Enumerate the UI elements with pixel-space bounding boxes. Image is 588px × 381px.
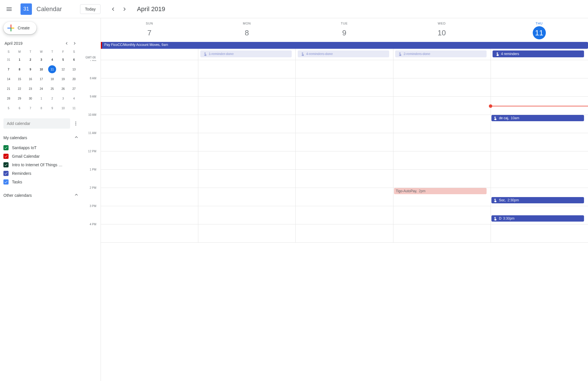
timed-event[interactable]: Tigo-AutoPay, 2pm <box>394 188 487 194</box>
mini-day[interactable]: 22 <box>15 85 23 93</box>
mini-next-button[interactable] <box>71 40 78 47</box>
mini-day[interactable]: 27 <box>70 85 78 93</box>
reminder-chip[interactable]: 1 reminder done <box>200 50 292 57</box>
mini-prev-button[interactable] <box>63 40 70 47</box>
hamburger-menu-button[interactable] <box>2 2 16 16</box>
calendar-item[interactable]: Tasks <box>3 178 79 186</box>
mini-day[interactable]: 10 <box>59 104 67 112</box>
hour-cell[interactable] <box>296 206 393 224</box>
hour-cell[interactable] <box>491 78 588 97</box>
hour-cell[interactable] <box>393 151 491 170</box>
hour-cell[interactable] <box>198 170 296 188</box>
today-button[interactable]: Today <box>80 4 100 14</box>
hour-cell[interactable] <box>101 133 198 151</box>
hour-grid[interactable]: 7 AM8 AM9 AM10 AM11 AM12 PM1 PM2 PM3 PM4… <box>83 60 588 381</box>
hour-cell[interactable] <box>491 60 588 78</box>
mini-day[interactable]: 29 <box>15 94 23 102</box>
hour-cell[interactable] <box>101 151 198 170</box>
calendar-item[interactable]: Gmail Calendar <box>3 152 79 161</box>
hour-cell[interactable] <box>198 206 296 224</box>
prev-period-button[interactable] <box>107 3 119 15</box>
mini-day[interactable]: 8 <box>37 104 45 112</box>
hour-cell[interactable] <box>198 97 296 115</box>
hour-cell[interactable] <box>101 97 198 115</box>
reminder-event[interactable]: D 3:30pm <box>491 215 584 222</box>
calendar-checkbox[interactable] <box>3 145 9 150</box>
hour-cell[interactable] <box>296 188 393 206</box>
reminder-event[interactable]: de caj, 10am <box>491 115 584 121</box>
mini-day[interactable]: 6 <box>70 56 78 64</box>
mini-day[interactable]: 24 <box>37 85 45 93</box>
hour-cell[interactable] <box>491 133 588 151</box>
hour-cell[interactable] <box>296 224 393 243</box>
day-number[interactable]: 11 <box>533 26 546 39</box>
mini-day[interactable]: 7 <box>5 65 13 73</box>
hour-cell[interactable] <box>393 206 491 224</box>
hour-cell[interactable] <box>296 97 393 115</box>
mini-day[interactable]: 9 <box>26 65 34 73</box>
hour-cell[interactable] <box>101 188 198 206</box>
mini-day[interactable]: 11 <box>70 104 78 112</box>
calendar-checkbox[interactable] <box>3 162 9 167</box>
mini-day[interactable]: 1 <box>37 94 45 102</box>
reminder-chip[interactable]: 4 reminders <box>493 50 584 57</box>
day-number[interactable]: 10 <box>435 26 448 39</box>
reminder-event[interactable]: Soc, 2:30pm <box>491 197 584 203</box>
hour-cell[interactable] <box>393 60 491 78</box>
mini-day[interactable]: 2 <box>48 94 56 102</box>
hour-cell[interactable] <box>198 151 296 170</box>
mini-day[interactable]: 23 <box>26 85 34 93</box>
hour-cell[interactable] <box>101 78 198 97</box>
hour-cell[interactable] <box>198 224 296 243</box>
mini-day[interactable]: 20 <box>70 75 78 83</box>
hour-cell[interactable] <box>296 170 393 188</box>
mini-day[interactable]: 3 <box>37 56 45 64</box>
day-number[interactable]: 7 <box>143 26 156 39</box>
calendar-item[interactable]: Reminders <box>3 169 79 178</box>
mini-day[interactable]: 5 <box>59 56 67 64</box>
mini-day[interactable]: 4 <box>70 94 78 102</box>
hour-cell[interactable] <box>296 151 393 170</box>
mini-day[interactable]: 3 <box>59 94 67 102</box>
hour-cell[interactable] <box>296 115 393 133</box>
reminder-chip[interactable]: 2 reminders done <box>395 50 487 57</box>
mini-day[interactable]: 1 <box>15 56 23 64</box>
hour-cell[interactable] <box>393 224 491 243</box>
hour-cell[interactable] <box>198 133 296 151</box>
mini-day[interactable]: 15 <box>15 75 23 83</box>
hour-cell[interactable] <box>101 170 198 188</box>
mini-day[interactable]: 18 <box>48 75 56 83</box>
hour-cell[interactable] <box>393 78 491 97</box>
mini-day[interactable]: 21 <box>5 85 13 93</box>
hour-cell[interactable] <box>101 60 198 78</box>
hour-cell[interactable] <box>393 97 491 115</box>
mini-day[interactable]: 8 <box>15 65 23 73</box>
mini-day[interactable]: 31 <box>5 56 13 64</box>
hour-cell[interactable] <box>393 115 491 133</box>
reminder-chip[interactable]: 4 reminders done <box>298 50 389 57</box>
add-calendar-input[interactable] <box>3 118 70 129</box>
calendar-item[interactable]: Intro to Internet Of Things … <box>3 161 79 169</box>
mini-day[interactable]: 28 <box>5 94 13 102</box>
add-calendar-options-button[interactable] <box>72 120 79 127</box>
create-button[interactable]: Create <box>3 22 36 34</box>
allday-event[interactable]: Pay FicoCC/Monthly Account Moves, 9am <box>101 42 588 49</box>
hour-cell[interactable] <box>393 170 491 188</box>
hour-cell[interactable] <box>296 78 393 97</box>
hour-cell[interactable] <box>393 133 491 151</box>
next-period-button[interactable] <box>119 3 130 15</box>
day-number[interactable]: 9 <box>338 26 351 39</box>
calendar-checkbox[interactable] <box>3 154 9 159</box>
hour-cell[interactable] <box>296 60 393 78</box>
hour-cell[interactable] <box>198 115 296 133</box>
hour-cell[interactable] <box>198 78 296 97</box>
hour-cell[interactable] <box>198 188 296 206</box>
my-calendars-toggle[interactable]: My calendars <box>3 132 79 143</box>
mini-day[interactable]: 10 <box>37 65 45 73</box>
day-number[interactable]: 8 <box>240 26 254 39</box>
calendar-item[interactable]: Santiapps IoT <box>3 143 79 152</box>
mini-day[interactable]: 30 <box>26 94 34 102</box>
calendar-checkbox[interactable] <box>3 171 9 176</box>
mini-day[interactable]: 2 <box>26 56 34 64</box>
hour-cell[interactable] <box>101 115 198 133</box>
